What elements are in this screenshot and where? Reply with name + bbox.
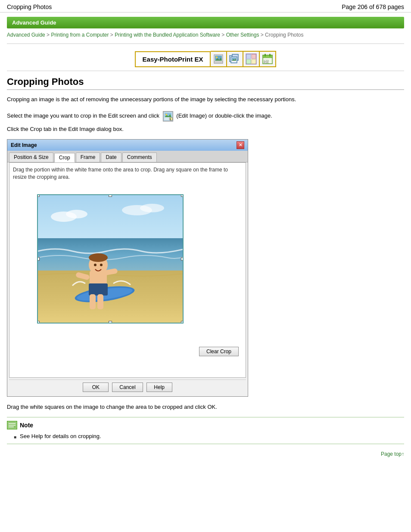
beach-photo-svg — [38, 195, 184, 324]
content-divider — [7, 71, 404, 71]
crop-handle-top-right[interactable] — [181, 194, 184, 197]
crop-handle-bottom-right[interactable] — [181, 321, 184, 324]
advanced-guide-bar: Advanced Guide — [7, 17, 404, 28]
instruction-2: Click the Crop tab in the Edit Image dia… — [7, 125, 404, 134]
page-top-link[interactable]: Page top↑ — [381, 451, 404, 457]
app-icon-1[interactable] — [211, 51, 227, 67]
note-title: Note — [20, 422, 33, 429]
edit-image-dialog: Edit Image ✕ Position & Size Crop Frame … — [7, 139, 248, 397]
crop-handle-top-left[interactable] — [37, 194, 40, 197]
svg-point-43 — [89, 253, 108, 262]
page-main-title: Cropping Photos — [7, 76, 404, 90]
breadcrumb-link-printing-from[interactable]: Printing from a Computer — [51, 32, 109, 38]
tab-date[interactable]: Date — [101, 152, 121, 162]
dialog-close-button[interactable]: ✕ — [237, 141, 244, 149]
breadcrumb-link-advanced-guide[interactable]: Advanced Guide — [7, 32, 45, 38]
page-top-section: Page top↑ — [7, 448, 404, 460]
app-name-label: Easy-PhotoPrint EX — [135, 51, 211, 67]
svg-point-31 — [140, 204, 164, 212]
page-title-header: Cropping Photos — [7, 3, 52, 10]
note-item-1: ■ See Help for details on cropping. — [7, 432, 404, 441]
svg-text:4 5 6: 4 5 6 — [264, 61, 268, 64]
note-section: Note ■ See Help for details on cropping. — [7, 417, 404, 445]
breadcrumb: Advanced Guide > Printing from a Compute… — [0, 28, 411, 42]
instruction-1-prefix: Select the image you want to crop in the… — [7, 112, 161, 119]
svg-point-3 — [216, 56, 218, 58]
page-header: Cropping Photos Page 206 of 678 pages — [0, 0, 411, 12]
ok-button[interactable]: OK — [83, 383, 109, 392]
svg-rect-14 — [252, 59, 256, 64]
note-header: Note — [7, 421, 404, 429]
crop-handle-top-middle[interactable] — [109, 194, 112, 197]
instruction-2-text: Click the Crop tab in the Edit Image dia… — [7, 126, 124, 132]
tab-crop[interactable]: Crop — [54, 153, 75, 162]
instruction-1-suffix: (Edit Image) or double-click the image. — [176, 112, 272, 119]
svg-point-45 — [100, 264, 103, 266]
dialog-footer-bottom: OK Cancel Help — [9, 380, 246, 395]
photo-frame — [37, 194, 184, 324]
crop-handle-middle-left[interactable] — [37, 257, 40, 261]
svg-rect-4 — [214, 62, 223, 63]
note-icon — [7, 421, 17, 429]
app-icon-2[interactable] — [227, 51, 243, 67]
svg-rect-13 — [246, 59, 251, 64]
app-icon-3[interactable] — [243, 51, 260, 67]
svg-point-44 — [94, 264, 97, 266]
dialog-instruction: Drag the portion within the white frame … — [13, 166, 242, 181]
svg-rect-40 — [90, 294, 96, 309]
tab-frame[interactable]: Frame — [76, 152, 100, 162]
svg-rect-18 — [269, 54, 271, 56]
dialog-title: Edit Image — [11, 142, 37, 148]
crop-handle-bottom-left[interactable] — [37, 321, 40, 324]
breadcrumb-divider — [7, 44, 404, 44]
intro-paragraph: Cropping an image is the act of removing… — [7, 95, 404, 104]
close-icon: ✕ — [239, 143, 242, 147]
dialog-footer-right: Clear Crop — [13, 345, 242, 358]
svg-rect-46 — [7, 421, 17, 429]
crop-handle-bottom-middle[interactable] — [109, 321, 112, 324]
svg-rect-17 — [265, 54, 266, 56]
svg-point-24 — [165, 114, 167, 115]
app-banner: Easy-PhotoPrint EX — [0, 51, 411, 67]
svg-rect-41 — [97, 294, 103, 309]
app-banner-icons: 1 2 3 4 5 6 — [211, 51, 276, 67]
clear-crop-button[interactable]: Clear Crop — [199, 347, 239, 356]
advanced-guide-label: Advanced Guide — [12, 19, 56, 26]
svg-text:i: i — [170, 117, 171, 121]
note-item-text: See Help for details on cropping. — [20, 432, 101, 441]
drag-instruction: Drag the white squares on the image to c… — [7, 404, 404, 410]
help-button[interactable]: Help — [146, 383, 172, 392]
breadcrumb-link-other-settings[interactable]: Other Settings — [226, 32, 259, 38]
cancel-button[interactable]: Cancel — [112, 383, 143, 392]
main-content: Cropping Photos Cropping an image is the… — [0, 73, 411, 467]
svg-point-29 — [66, 210, 87, 218]
svg-rect-37 — [89, 283, 108, 296]
dialog-titlebar: Edit Image ✕ — [7, 140, 248, 151]
dialog-tabs: Position & Size Crop Frame Date Comments — [7, 151, 248, 162]
svg-rect-11 — [246, 54, 251, 59]
svg-rect-16 — [263, 55, 272, 58]
instruction-1: Select the image you want to crop in the… — [7, 111, 404, 121]
svg-rect-12 — [252, 54, 256, 59]
crop-handle-middle-right[interactable] — [181, 257, 184, 261]
pagination: Page 206 of 678 pages — [342, 3, 404, 10]
svg-rect-47 — [8, 422, 16, 429]
crop-canvas — [20, 186, 235, 345]
breadcrumb-link-bundled-software[interactable]: Printing with the Bundled Application So… — [115, 32, 220, 38]
tab-position-size[interactable]: Position & Size — [9, 152, 53, 162]
note-bullet: ■ — [14, 434, 16, 440]
dialog-body: Drag the portion within the white frame … — [9, 162, 246, 378]
tab-comments[interactable]: Comments — [122, 152, 157, 162]
edit-image-icon: i — [163, 111, 173, 121]
breadcrumb-current: Cropping Photos — [265, 32, 303, 38]
app-icon-4[interactable]: 1 2 3 4 5 6 — [260, 51, 276, 67]
